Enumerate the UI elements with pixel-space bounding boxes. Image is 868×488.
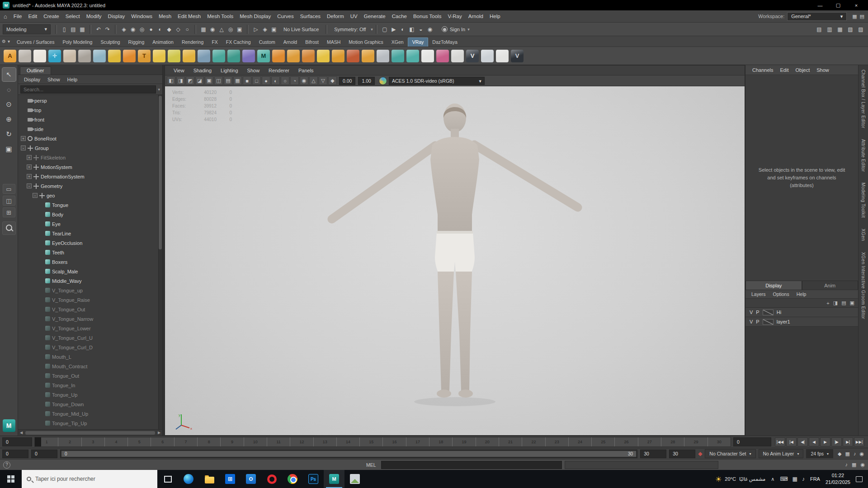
ui-toggle-icon[interactable]: ▦ — [835, 25, 844, 34]
frame-tick[interactable]: 11 — [267, 437, 290, 446]
vray-material-icon[interactable]: M — [257, 50, 270, 62]
wire-head-icon[interactable] — [93, 50, 106, 62]
file-icon[interactable]: ▦ — [78, 25, 87, 34]
menu-item[interactable]: Create — [40, 13, 62, 20]
search-input[interactable] — [20, 85, 156, 94]
tray-icon[interactable]: ♪ — [802, 476, 805, 482]
expand-toggle-icon[interactable]: + — [21, 136, 26, 141]
layer-row[interactable]: V P layer1 — [745, 317, 858, 327]
shelf-tab[interactable]: Custom — [255, 38, 279, 47]
viewport-toolbar-icon[interactable]: ▤ — [224, 76, 232, 85]
outliner-item[interactable]: Tongue_In — [18, 380, 162, 390]
frame-tick[interactable]: 21 — [499, 437, 522, 446]
playback-button[interactable]: ◀ — [809, 437, 819, 446]
expand-toggle-icon[interactable] — [38, 392, 43, 397]
frame-tick[interactable]: 12 — [290, 437, 313, 446]
menu-item[interactable]: Deform — [324, 13, 347, 20]
weather-widget[interactable]: ☀ 20°C مشمس غالبًا — [715, 475, 765, 483]
notification-icon[interactable] — [856, 476, 863, 482]
outliner-item[interactable]: V_Tongue_Raise — [18, 295, 162, 305]
menu-item[interactable]: Windows — [128, 13, 156, 20]
render-view-icon[interactable] — [198, 50, 210, 62]
expand-toggle-icon[interactable] — [38, 316, 43, 321]
outliner-item[interactable]: Mouth_L — [18, 352, 162, 361]
command-language-label[interactable]: MEL — [364, 462, 378, 468]
expand-toggle-icon[interactable] — [38, 421, 43, 426]
undo-redo-icon[interactable]: ↶ — [94, 25, 103, 34]
shelf-tab[interactable]: DazToMaya — [428, 38, 461, 47]
frame-tick[interactable]: 25 — [591, 437, 614, 446]
tray-expand-icon[interactable]: ∧ — [771, 476, 774, 482]
frame-tick[interactable]: 7 — [174, 437, 197, 446]
selection-mask-icon[interactable]: ○ — [183, 25, 192, 34]
playback-end-field[interactable]: 30 — [640, 450, 666, 458]
frame-tick[interactable]: 29 — [684, 437, 707, 446]
command-input[interactable] — [381, 461, 562, 469]
close-button[interactable]: × — [847, 0, 865, 10]
layout-button[interactable]: ⊞ — [3, 207, 15, 217]
shelf-menu-icon[interactable]: ▾ — [8, 39, 10, 44]
render-icon[interactable]: ◐ — [398, 25, 407, 34]
scale-tool[interactable]: ▣ — [2, 142, 16, 156]
rotate-tool[interactable]: ↻ — [2, 127, 16, 141]
color-wheel-icon[interactable] — [436, 50, 449, 62]
viewport-menu-item[interactable]: Show — [243, 68, 264, 73]
outliner-item[interactable]: Tongue_Up — [18, 390, 162, 399]
sign-in-button[interactable]: Sign In ▾ — [442, 26, 470, 32]
file-icon[interactable]: ▤ — [69, 25, 78, 34]
frame-tick[interactable]: 22 — [522, 437, 545, 446]
ui-toggle-icon[interactable]: ▤ — [815, 25, 824, 34]
viewport-toolbar-icon[interactable]: ▣ — [205, 76, 213, 85]
range-option-icon[interactable]: ◉ — [859, 451, 864, 457]
shelf-tab[interactable]: Sculpting — [96, 38, 124, 47]
side-tab[interactable]: XGen — [861, 229, 866, 241]
auto-key-icon[interactable]: ◆ — [698, 450, 702, 457]
pyramid-icon[interactable] — [392, 50, 404, 62]
maximize-button[interactable]: ▢ — [829, 0, 847, 10]
outliner-item[interactable]: persp — [18, 96, 162, 105]
playback-start-field[interactable]: 0 — [31, 450, 57, 458]
outliner-item[interactable]: Body — [18, 210, 162, 219]
snap-icon[interactable]: ▣ — [235, 25, 244, 34]
history-icon[interactable]: ▷ — [251, 25, 260, 34]
vr-sphere-icon[interactable]: V — [466, 50, 479, 62]
yellow-spheres-icon[interactable] — [108, 50, 121, 62]
scrollbar-thumb[interactable] — [25, 431, 155, 435]
colorspace-select[interactable]: ACES 1.0 SDR-video (sRGB) ▾ — [389, 77, 485, 85]
menu-item[interactable]: Generate — [361, 13, 389, 20]
frame-tick[interactable]: 30 — [708, 437, 731, 446]
render-icon[interactable]: ◉ — [425, 25, 434, 34]
v-dark-icon[interactable]: V — [511, 50, 524, 62]
outliner-item[interactable]: + FitSkeleton — [18, 153, 162, 162]
expand-toggle-icon[interactable] — [38, 250, 43, 255]
viewport-toolbar-icon[interactable]: ◩ — [186, 76, 194, 85]
timeline-start-field[interactable]: 0 — [2, 437, 32, 446]
shelf-tab[interactable]: Bifrost — [301, 38, 323, 47]
layer-action-icon[interactable]: ▣ — [850, 300, 854, 306]
playback-button[interactable]: |◀◀ — [775, 437, 785, 446]
file-explorer-icon[interactable] — [199, 470, 220, 488]
shelf-tab[interactable]: Curves / Surfaces — [13, 38, 58, 47]
snap-icon[interactable]: ▦ — [199, 25, 208, 34]
light-stand-icon[interactable]: T — [138, 50, 151, 62]
layer-editor-tab[interactable]: Display — [745, 281, 802, 290]
brush-icon[interactable] — [302, 50, 315, 62]
expand-toggle-icon[interactable] — [38, 278, 43, 283]
expand-toggle-icon[interactable] — [38, 345, 43, 350]
viewport-canvas[interactable]: Verts:401200 Edges:800280 Faces:399120 T… — [165, 86, 745, 435]
channel-box-menu-item[interactable]: Edit — [777, 67, 792, 73]
snap-icon[interactable]: ◎ — [226, 25, 235, 34]
character-set-select[interactable]: No Character Set▾ — [705, 449, 755, 458]
layer-editor-tab[interactable]: Anim — [802, 281, 859, 290]
command-icon[interactable]: ♪ — [845, 462, 848, 468]
shelf-tab[interactable]: Motion Graphics — [344, 38, 387, 47]
viewport-toolbar-icon[interactable]: ■ — [243, 76, 251, 85]
viewport-toolbar-icon[interactable]: ◨ — [176, 76, 185, 85]
side-tab[interactable]: Channel Box / Layer Editor — [861, 70, 866, 128]
anim-layer-select[interactable]: No Anim Layer▾ — [759, 449, 804, 458]
layer-playback-toggle[interactable]: P — [756, 319, 759, 324]
outliner-item[interactable]: - geo — [18, 191, 162, 200]
menu-set-select[interactable]: Modeling▾ — [3, 24, 51, 34]
frame-tick[interactable]: 5 — [127, 437, 151, 446]
frame-tick[interactable]: 17 — [406, 437, 429, 446]
